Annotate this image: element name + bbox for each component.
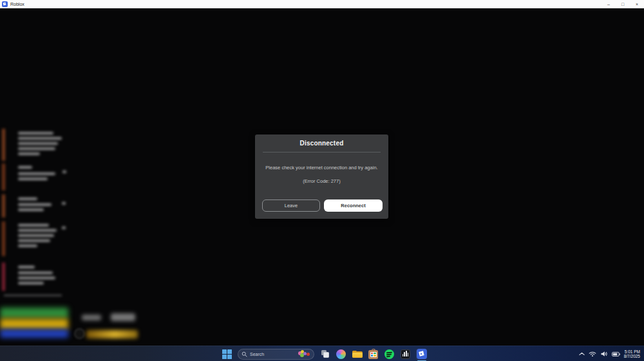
blurred-text-line <box>18 282 44 284</box>
blurred-separator <box>4 295 62 296</box>
green-band <box>0 308 68 319</box>
blurred-badge-icon <box>74 328 85 339</box>
roblox-window: Roblox – □ × <box>0 0 644 361</box>
search-highlight-icon <box>298 350 310 358</box>
search-input[interactable]: Search <box>238 349 314 360</box>
tray-time: 5:01 PM <box>624 349 640 355</box>
blurred-text-line <box>18 166 32 169</box>
roblox-icon <box>417 349 427 359</box>
blurred-text-line <box>18 198 37 200</box>
blurred-text-line <box>18 245 37 247</box>
battery-icon[interactable] <box>612 351 620 357</box>
blurred-text-line <box>18 229 57 232</box>
blurred-text-line <box>18 266 35 268</box>
blurred-text-line <box>18 153 40 155</box>
spotify-icon <box>384 349 394 359</box>
search-icon <box>242 351 247 357</box>
blurred-xp-bar <box>86 330 138 338</box>
blurred-counter <box>62 171 66 173</box>
blue-band <box>0 329 68 338</box>
blurred-text-line <box>18 272 53 274</box>
dialog-message: Please check your internet connection an… <box>264 165 379 171</box>
gold-band <box>0 319 68 329</box>
spotify-button[interactable] <box>384 349 395 360</box>
titlebar-left: Roblox <box>0 1 24 7</box>
quest-accent-bar <box>2 129 5 161</box>
blurred-counter <box>62 227 66 229</box>
quest-accent-bar <box>2 221 5 256</box>
window-titlebar: Roblox – □ × <box>0 0 644 8</box>
game-viewport: Disconnected Please check your internet … <box>0 8 644 346</box>
file-explorer-button[interactable] <box>352 349 363 360</box>
dialog-error-code: (Error Code: 277) <box>255 178 388 184</box>
blurred-text-line <box>18 234 54 237</box>
blurred-text-line <box>18 224 49 227</box>
blurred-text-line <box>18 277 55 279</box>
blurred-text-line <box>18 208 44 211</box>
clock[interactable]: 5:01 PM 8/7/2025 <box>624 349 640 359</box>
blurred-text-line <box>18 178 48 180</box>
tray-date: 8/7/2025 <box>624 354 640 359</box>
equalizer-icon <box>401 349 410 359</box>
close-button[interactable]: × <box>630 0 644 8</box>
blurred-text-line <box>18 137 62 140</box>
quest-accent-bar <box>2 263 5 291</box>
task-view-icon <box>321 350 329 358</box>
start-button[interactable] <box>222 349 232 360</box>
store-bag-icon <box>368 350 378 359</box>
blurred-text-line <box>18 203 52 206</box>
taskbar-center: Search <box>222 346 427 361</box>
roblox-app-icon <box>2 1 8 7</box>
volume-icon[interactable] <box>600 351 608 357</box>
folder-icon <box>352 350 363 358</box>
blurred-stat <box>111 313 135 321</box>
dialog-divider <box>263 152 381 153</box>
blurred-text-line <box>18 132 53 134</box>
copilot-icon <box>336 349 346 359</box>
wifi-icon[interactable] <box>589 351 596 357</box>
blurred-text-line <box>18 142 58 145</box>
roblox-taskbar-button[interactable] <box>416 349 427 360</box>
reconnect-button[interactable]: Reconnect <box>324 199 383 212</box>
windows-logo-icon <box>222 349 232 359</box>
hidden-icons-chevron[interactable] <box>579 352 585 356</box>
system-tray: 5:01 PM 8/7/2025 <box>579 346 644 361</box>
microsoft-store-button[interactable] <box>368 349 379 360</box>
blurred-counter <box>62 202 66 205</box>
dialog-title: Disconnected <box>255 140 388 147</box>
disconnected-dialog: Disconnected Please check your internet … <box>255 134 388 219</box>
blurred-text-line <box>18 147 55 150</box>
equalizer-app-button[interactable] <box>400 349 411 360</box>
blurred-text-line <box>18 172 55 175</box>
leave-button[interactable]: Leave <box>262 199 320 212</box>
blurred-stat <box>82 315 101 320</box>
task-view-button[interactable] <box>319 349 330 360</box>
window-controls: – □ × <box>601 0 644 8</box>
blurred-text-line <box>18 239 50 242</box>
window-title: Roblox <box>10 2 24 6</box>
taskbar: Search <box>0 346 644 361</box>
quest-accent-bar <box>2 163 5 190</box>
copilot-button[interactable] <box>336 349 346 360</box>
minimize-button[interactable]: – <box>601 0 616 8</box>
maximize-button[interactable]: □ <box>616 0 630 8</box>
search-placeholder: Search <box>250 352 295 356</box>
quest-accent-bar <box>2 194 5 218</box>
